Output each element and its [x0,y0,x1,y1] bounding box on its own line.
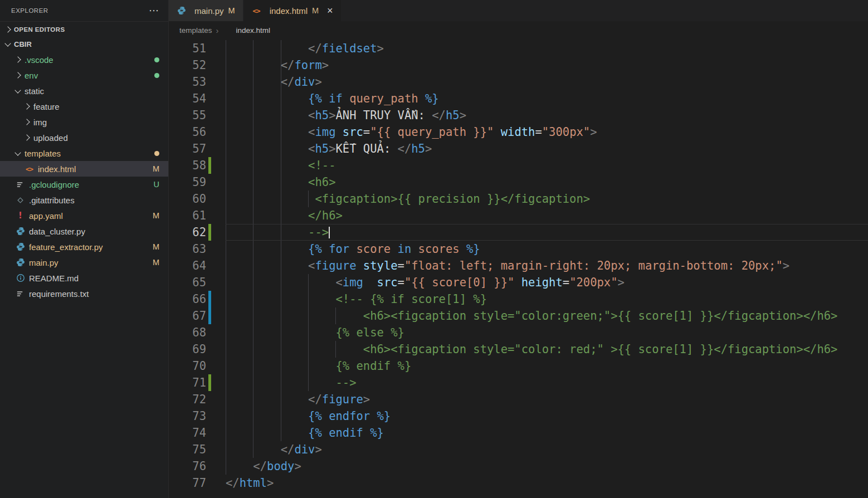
code-text: </body> [226,458,301,475]
line-number: 54 [169,90,206,107]
chevron-right-icon [4,26,11,32]
code-text: {% endfor %} [226,408,391,424]
sidebar-item-main-py[interactable]: main.pyM [0,255,168,270]
sidebar-item-uploaded[interactable]: uploaded [0,130,168,145]
line-number: 70 [169,358,206,374]
chevron-right-icon [23,119,30,125]
sidebar-item-img[interactable]: img [0,114,168,130]
code-line[interactable]: 70 {% endif %} [169,358,868,374]
sidebar-item-gcloudignore[interactable]: .gcloudignoreU [0,177,168,192]
list-file-icon [16,180,25,189]
code-line[interactable]: 67 <h6><figcaption style="color:green;">… [169,307,868,324]
sidebar-item-vscode[interactable]: .vscode [0,52,168,67]
line-number: 77 [169,475,206,491]
line-number: 51 [169,40,206,57]
git-status-badge: M [153,258,159,267]
python-file-icon [16,242,25,251]
code-text: <h6><figcaption style="color: red;" >{{ … [226,341,837,358]
more-actions-icon[interactable]: ⋯ [149,8,159,13]
code-line[interactable]: 73 {% endfor %} [169,408,868,424]
code-text: <!-- [226,157,335,174]
sidebar-item-templates[interactable]: templates [0,145,168,161]
code-text: {% endif %} [226,358,411,374]
line-number: 67 [169,307,206,324]
code-text: {% for score in scores %} [226,241,480,257]
code-line[interactable]: 69 <h6><figcaption style="color: red;" >… [169,341,868,358]
file-label: main.py [29,258,58,267]
code-line[interactable]: 71 --> [169,374,868,391]
html-file-icon [223,26,232,35]
code-line[interactable]: 53 </div> [169,74,868,90]
code-text: </fieldset> [226,40,384,57]
code-line[interactable]: 51 </fieldset> [169,40,868,57]
file-label: templates [25,149,61,158]
sidebar-item-readme-md[interactable]: README.md [0,270,168,286]
chevron-down-icon [14,149,21,155]
git-status-badge: M [153,164,159,173]
code-line[interactable]: 59 <h6> [169,174,868,191]
sidebar-item-data-cluster-py[interactable]: data_cluster.py [0,223,168,239]
code-text: <h5>ẢNH TRUY VẤN: </h5> [226,107,466,124]
close-icon[interactable]: × [327,6,333,16]
sidebar-item-requirements-txt[interactable]: requirements.txt [0,286,168,301]
code-line[interactable]: 62 --> [169,224,868,241]
tab-label: main.py [194,6,224,16]
line-number: 55 [169,107,206,124]
code-text: </div> [226,441,322,458]
breadcrumb-file[interactable]: index.html [236,26,271,35]
file-label: .gcloudignore [29,180,79,189]
tab-bar: main.pyM<>index.htmlM× [169,0,868,21]
code-line[interactable]: 56 <img src="{{ query_path }}" width="30… [169,124,868,140]
line-number: 57 [169,140,206,157]
code-line[interactable]: 60 <figcaption>{{ precision }}</figcapti… [169,191,868,207]
line-number: 52 [169,57,206,74]
code-line[interactable]: 65 <img src="{{ score[0] }}" height="200… [169,274,868,291]
code-line[interactable]: 77</html> [169,475,868,491]
sidebar-item-static[interactable]: static [0,83,168,99]
gutter-change-added-icon [208,224,211,241]
code-line[interactable]: 58 <!-- [169,157,868,174]
line-number: 61 [169,207,206,224]
file-label: uploaded [33,133,68,143]
code-line[interactable]: 54 {% if query_path %} [169,90,868,107]
project-root-section[interactable]: CBIR [0,37,168,52]
line-number: 53 [169,74,206,90]
sidebar-item-gitattributes[interactable]: .gitattributes [0,192,168,208]
line-number: 65 [169,274,206,291]
code-line[interactable]: 66 <!-- {% if score[1] %} [169,291,868,307]
open-editors-section[interactable]: OPEN EDITORS [0,21,168,37]
code-line[interactable]: 63 {% for score in scores %} [169,241,868,257]
tab-index-html[interactable]: <>index.htmlM× [244,0,341,21]
explorer-sidebar: EXPLORER ⋯ OPEN EDITORS CBIR .vscodeenvs… [0,0,169,498]
tab-label: index.html [270,6,308,16]
file-label: requirements.txt [29,289,89,299]
code-line[interactable]: 57 <h5>KẾT QUẢ: </h5> [169,140,868,157]
sidebar-item-feature-extractor-py[interactable]: feature_extractor.pyM [0,239,168,255]
code-editor[interactable]: 51 </fieldset>52 </form>53 </div>54 {% i… [169,39,868,498]
code-line[interactable]: 72 </figure> [169,391,868,408]
file-label: env [25,71,38,80]
line-number: 72 [169,391,206,408]
code-line[interactable]: 55 <h5>ẢNH TRUY VẤN: </h5> [169,107,868,124]
tab-main-py[interactable]: main.pyM [169,0,243,21]
breadcrumb-folder[interactable]: templates [179,26,212,35]
open-editors-label: OPEN EDITORS [14,26,65,33]
chevron-right-icon [14,72,21,78]
code-line[interactable]: 52 </form> [169,57,868,74]
code-line[interactable]: 76 </body> [169,458,868,475]
code-line[interactable]: 64 <figure style="float: left; margin-ri… [169,257,868,274]
sidebar-item-index-html[interactable]: <>index.htmlM [0,161,168,177]
chevron-right-icon [14,56,21,62]
code-text: </div> [226,74,322,90]
sidebar-item-feature[interactable]: feature [0,99,168,114]
code-text: </h6> [226,207,343,224]
code-line[interactable]: 61 </h6> [169,207,868,224]
code-line[interactable]: 74 {% endif %} [169,424,868,441]
code-line[interactable]: 68 {% else %} [169,324,868,341]
sidebar-item-env[interactable]: env [0,67,168,83]
sidebar-item-app-yaml[interactable]: !app.yamlM [0,208,168,223]
file-label: .vscode [25,55,53,65]
code-text: --> [226,224,330,241]
code-line[interactable]: 75 </div> [169,441,868,458]
file-label: feature_extractor.py [29,242,103,252]
